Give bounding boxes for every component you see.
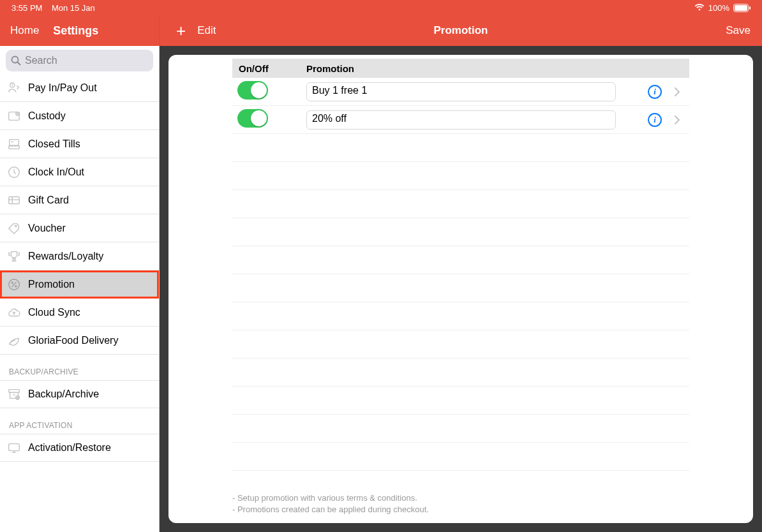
sidebar-item-label: Custody: [28, 110, 66, 122]
sidebar-item-label: Gift Card: [28, 195, 69, 206]
sidebar-item-promotion[interactable]: Promotion: [0, 270, 159, 299]
search-input[interactable]: Search: [6, 50, 153, 71]
footer-hints: - Setup promotion with various terms & c…: [232, 492, 689, 515]
empty-row: [232, 415, 689, 443]
empty-row: [232, 387, 689, 415]
sidebar-item-activation-restore[interactable]: Activation/Restore: [0, 434, 159, 462]
empty-row: [232, 358, 689, 387]
empty-row: [232, 246, 689, 274]
giftcard-icon: [6, 193, 22, 208]
empty-row: [232, 443, 689, 471]
table-header: On/Off Promotion: [232, 59, 689, 78]
sidebar-item-label: Backup/Archive: [28, 388, 99, 400]
sidebar-item-voucher[interactable]: Voucher: [0, 214, 159, 242]
sidebar-item-label: GloriaFood Delivery: [28, 335, 118, 346]
svg-point-16: [11, 282, 13, 283]
sidebar-item-label: Clock In/Out: [28, 166, 84, 178]
svg-point-17: [15, 285, 17, 286]
sidebar-item-closed-tills[interactable]: Closed Tills: [0, 130, 159, 158]
save-button[interactable]: Save: [726, 24, 751, 37]
svg-rect-10: [10, 139, 19, 145]
status-date: Mon 15 Jan: [52, 3, 95, 13]
hint-line: - Promotions created can be applied duri…: [232, 504, 689, 515]
percent-icon: [6, 277, 22, 292]
svg-rect-20: [9, 444, 20, 451]
toggle-switch[interactable]: [237, 81, 268, 100]
search-placeholder: Search: [25, 55, 57, 66]
empty-row: [232, 162, 689, 190]
info-icon[interactable]: i: [648, 85, 662, 99]
promotion-name-input[interactable]: 20% off: [306, 110, 616, 129]
edit-button[interactable]: Edit: [197, 24, 216, 37]
promotion-panel: On/Off Promotion Buy 1 free 1 i 20% off …: [168, 55, 753, 523]
top-bar: Home Settings + Edit Promotion Save: [0, 15, 762, 46]
header-promotion: Promotion: [306, 63, 689, 74]
sidebar-item-label: Rewards/Loyalty: [28, 251, 103, 262]
header-onoff: On/Off: [232, 63, 306, 74]
promotion-name-input[interactable]: Buy 1 free 1: [306, 82, 616, 101]
sidebar-item-gloriafood[interactable]: GloriaFood Delivery: [0, 327, 159, 355]
sidebar: Search Previous Receipts $ Pay In/Pay Ou…: [0, 46, 160, 532]
content-area: On/Off Promotion Buy 1 free 1 i 20% off …: [160, 46, 762, 532]
settings-title: Settings: [53, 24, 98, 38]
empty-row: [232, 218, 689, 246]
archive-icon: [6, 387, 22, 402]
svg-text:$: $: [11, 84, 13, 87]
trophy-icon: [6, 249, 22, 264]
sidebar-item-gift-card[interactable]: Gift Card: [0, 186, 159, 214]
section-header-backup: BACKUP/ARCHIVE: [0, 355, 159, 380]
svg-rect-2: [749, 6, 751, 10]
sidebar-item-label: Pay In/Pay Out: [28, 82, 97, 94]
svg-rect-18: [9, 390, 20, 393]
sidebar-item-label: Activation/Restore: [28, 442, 111, 454]
sidebar-item-rewards-loyalty[interactable]: Rewards/Loyalty: [0, 242, 159, 270]
leaf-icon: [6, 333, 22, 348]
sidebar-item-pay-in-out[interactable]: $ Pay In/Pay Out: [0, 74, 159, 102]
chevron-right-icon[interactable]: [674, 87, 689, 97]
svg-rect-1: [735, 5, 747, 11]
sidebar-item-label: Cloud Sync: [28, 307, 80, 318]
cloud-icon: [6, 305, 22, 320]
section-header-activation: APP ACTIVATION: [0, 408, 159, 434]
sidebar-item-custody[interactable]: Custody: [0, 102, 159, 130]
sidebar-item-backup-archive[interactable]: Backup/Archive: [0, 380, 159, 408]
status-time: 3:55 PM: [11, 3, 42, 13]
empty-row: [232, 330, 689, 358]
sidebar-item-label: Closed Tills: [28, 138, 80, 150]
home-button[interactable]: Home: [10, 24, 39, 37]
chevron-right-icon[interactable]: [674, 115, 689, 125]
hint-line: - Setup promotion with various terms & c…: [232, 492, 689, 504]
wifi-icon: [694, 4, 705, 11]
table-row: Buy 1 free 1 i: [232, 78, 689, 106]
empty-row: [232, 190, 689, 218]
voucher-icon: [6, 221, 22, 236]
payinout-icon: $: [6, 80, 22, 96]
toggle-switch[interactable]: [237, 109, 268, 128]
empty-row: [232, 302, 689, 330]
svg-point-14: [15, 225, 17, 226]
empty-row: [232, 274, 689, 302]
svg-line-4: [18, 63, 20, 65]
svg-rect-13: [9, 196, 20, 203]
sidebar-item-cloud-sync[interactable]: Cloud Sync: [0, 299, 159, 327]
sidebar-item-label: Voucher: [28, 223, 66, 234]
sidebar-item-clock-in-out[interactable]: Clock In/Out: [0, 158, 159, 186]
battery-pct: 100%: [708, 3, 729, 13]
activation-icon: [6, 440, 22, 455]
search-icon: [11, 55, 21, 66]
table-row: 20% off i: [232, 106, 689, 134]
battery-icon: [733, 4, 751, 12]
status-bar: 3:55 PM Mon 15 Jan 100%: [0, 0, 762, 15]
till-icon: [6, 137, 22, 152]
custody-icon: [6, 108, 22, 124]
clock-icon: [6, 165, 22, 180]
empty-row: [232, 134, 689, 162]
svg-rect-11: [9, 145, 20, 149]
add-button[interactable]: +: [176, 22, 186, 39]
page-title: Promotion: [434, 24, 488, 37]
info-icon[interactable]: i: [648, 113, 662, 127]
sidebar-item-label: Promotion: [28, 279, 75, 290]
